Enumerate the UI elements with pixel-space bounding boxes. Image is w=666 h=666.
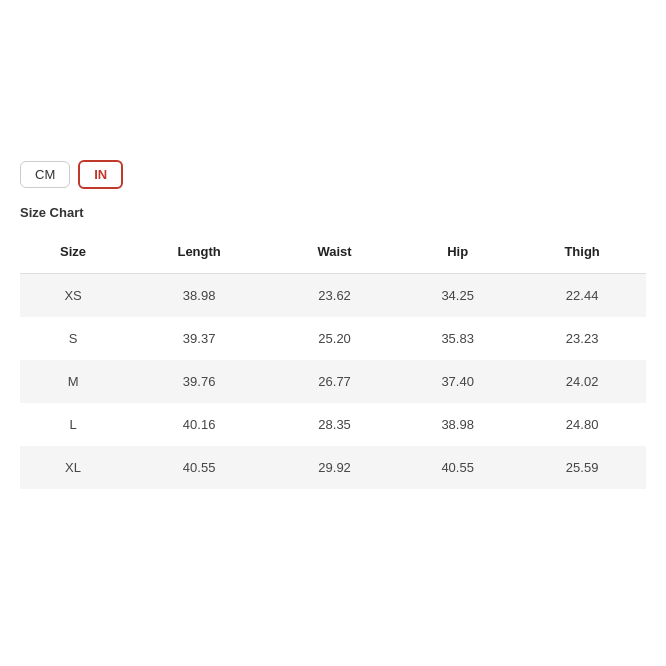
table-cell: 25.59 xyxy=(518,446,646,489)
cm-button[interactable]: CM xyxy=(20,161,70,188)
table-cell: 23.62 xyxy=(272,274,397,318)
table-row: L40.1628.3538.9824.80 xyxy=(20,403,646,446)
in-button[interactable]: IN xyxy=(78,160,123,189)
size-table: Size Length Waist Hip Thigh XS38.9823.62… xyxy=(20,230,646,489)
table-header-row: Size Length Waist Hip Thigh xyxy=(20,230,646,274)
table-cell: 40.55 xyxy=(397,446,518,489)
table-cell: M xyxy=(20,360,126,403)
main-container: CM IN Size Chart Size Length Waist Hip T… xyxy=(0,0,666,509)
table-cell: 22.44 xyxy=(518,274,646,318)
table-cell: 29.92 xyxy=(272,446,397,489)
table-cell: 24.02 xyxy=(518,360,646,403)
col-header-size: Size xyxy=(20,230,126,274)
table-row: XL40.5529.9240.5525.59 xyxy=(20,446,646,489)
table-row: M39.7626.7737.4024.02 xyxy=(20,360,646,403)
table-cell: 24.80 xyxy=(518,403,646,446)
table-cell: 25.20 xyxy=(272,317,397,360)
table-cell: 38.98 xyxy=(126,274,272,318)
col-header-hip: Hip xyxy=(397,230,518,274)
table-cell: 37.40 xyxy=(397,360,518,403)
table-cell: L xyxy=(20,403,126,446)
table-cell: 35.83 xyxy=(397,317,518,360)
table-cell: 40.55 xyxy=(126,446,272,489)
table-cell: XL xyxy=(20,446,126,489)
table-cell: XS xyxy=(20,274,126,318)
table-cell: 26.77 xyxy=(272,360,397,403)
table-cell: 39.37 xyxy=(126,317,272,360)
table-cell: 28.35 xyxy=(272,403,397,446)
unit-toggle-group: CM IN xyxy=(20,160,646,189)
col-header-thigh: Thigh xyxy=(518,230,646,274)
col-header-length: Length xyxy=(126,230,272,274)
table-cell: 23.23 xyxy=(518,317,646,360)
table-cell: 34.25 xyxy=(397,274,518,318)
table-row: S39.3725.2035.8323.23 xyxy=(20,317,646,360)
table-cell: 40.16 xyxy=(126,403,272,446)
chart-title: Size Chart xyxy=(20,205,646,220)
table-row: XS38.9823.6234.2522.44 xyxy=(20,274,646,318)
table-cell: 38.98 xyxy=(397,403,518,446)
table-cell: 39.76 xyxy=(126,360,272,403)
table-cell: S xyxy=(20,317,126,360)
col-header-waist: Waist xyxy=(272,230,397,274)
